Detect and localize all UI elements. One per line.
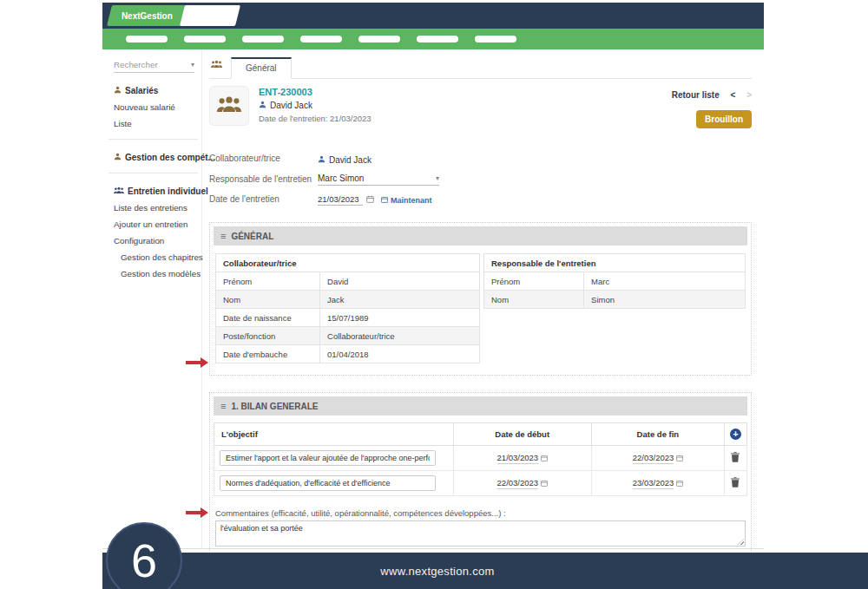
delete-row-icon[interactable] [731,452,740,464]
sidebar-item-gestion-modeles[interactable]: Gestion des modèles [114,269,194,278]
collaborateur-table: Collaborateur/trice PrénomDavid NomJack … [215,253,480,363]
nav-pill[interactable] [242,36,284,43]
date-fin-input[interactable]: 23/03/2023 [633,478,674,489]
table-row: Date de naissance15/07/1989 [216,309,480,327]
people-group-icon [217,95,241,117]
collab-label: Collaborateur/trice [209,154,318,165]
annotation-arrow-section2 [186,507,208,518]
table-row: PrénomDavid [216,272,480,291]
nav-pill[interactable] [417,36,458,43]
calendar-icon[interactable] [541,479,548,488]
section-title: 1. BILAN GENERALE [231,402,318,411]
sidebar-header-label: Entretien individuel [128,187,208,196]
section-handle-icon: ≡ [220,231,226,241]
caret-down-icon: ▾ [191,61,194,69]
col-date-debut: Date de début [453,423,591,446]
main-menu-bar [102,29,764,49]
comments-label: Commentaires (efficacité, utilité, opéra… [215,508,746,518]
section-bilan-header[interactable]: ≡ 1. BILAN GENERALE [214,396,747,416]
responsable-select[interactable]: Marc Simon ▾ [318,173,439,186]
table-row: Date d'embauche01/04/2018 [216,345,480,363]
tab-general[interactable]: Général [231,57,292,79]
sidebar-item-liste-entretiens[interactable]: Liste des entretiens [114,203,194,213]
date-fin-input[interactable]: 22/03/2023 [633,453,674,464]
responsable-selected-value: Marc Simon [318,173,364,183]
entretien-form: Collaborateur/trice David Jack Responsab… [209,154,752,206]
top-navbar: NextGestion [102,3,764,29]
calendar-icon[interactable] [676,454,683,463]
sidebar-item-liste[interactable]: Liste [114,119,194,128]
search-select[interactable]: Rechercher ▾ [114,60,194,73]
sidebar-divider [108,139,198,140]
main-content: Général ENT-230003 David Jack [202,49,764,549]
sidebar-header-entretien: Entretien individuel [114,187,194,196]
sidebar: Rechercher ▾ Salariés Nouveau salarié Li… [102,49,202,549]
comments-textarea[interactable]: l'évaluation et sa portée [215,520,746,546]
section-general: ≡ GÉNÉRAL Collaborateur/trice PrénomDavi… [209,222,752,376]
person-icon [259,101,266,110]
person-icon [318,155,326,165]
date-debut-input[interactable]: 22/03/2023 [497,478,539,489]
objectif-row: 22/03/2023 23/03/2023 [214,471,747,496]
record-id[interactable]: ENT-230003 [259,87,372,97]
calendar-icon [381,196,388,205]
record-employee: David Jack [270,101,312,110]
calendar-icon[interactable] [541,454,548,463]
nav-pill[interactable] [358,36,400,43]
secondary-tab[interactable] [180,5,240,26]
collab-value[interactable]: David Jack [329,155,372,165]
objectif-row: 21/03/2023 22/03/2023 [214,446,747,471]
search-placeholder: Rechercher [114,60,158,69]
app-window: NextGestion Rechercher ▾ Salariés Nouvea… [102,0,764,549]
objectif-input[interactable] [220,450,436,466]
section-general-header[interactable]: ≡ GÉNÉRAL [214,226,747,245]
responsable-table: Responsable de l'entretien PrénomMarc No… [483,253,746,309]
resp-label: Responsable de l'entretien [209,174,318,186]
col-date-fin: Date de fin [591,423,724,446]
table-row: PrénomMarc [483,272,745,291]
people-group-icon [114,187,124,196]
table-header: Collaborateur/trice [216,254,480,272]
brand-logo-text: NextGestion [122,11,173,21]
table-row: NomSimon [483,291,745,309]
nav-pill[interactable] [475,36,516,43]
sidebar-item-configuration[interactable]: Configuration [114,236,194,245]
sidebar-item-nouveau-salarie[interactable]: Nouveau salarié [114,102,194,112]
tab-bar: Général [209,55,752,79]
objectifs-table: L'objectif Date de début Date de fin + 2… [214,422,747,496]
date-debut-input[interactable]: 21/03/2023 [497,453,539,464]
calendar-icon[interactable] [366,195,374,205]
footer-url: www.nextgestion.com [380,565,494,578]
date-label: Date de l'entretien [209,194,318,206]
sidebar-divider [108,173,198,173]
sidebar-item-ajouter-entretien[interactable]: Ajouter un entretien [114,219,194,229]
table-row: NomJack [216,291,480,309]
delete-row-icon[interactable] [731,477,740,489]
entretien-date-input[interactable] [318,194,363,206]
sidebar-item-gestion-chapitres[interactable]: Gestion des chapitres [114,252,194,262]
prev-record-icon[interactable]: < [731,90,736,100]
record-avatar-tile [209,86,249,126]
next-record-icon[interactable]: > [746,90,752,100]
slide-footer: www.nextgestion.com [102,553,868,589]
section-title: GÉNÉRAL [231,232,273,241]
nav-pill[interactable] [126,36,168,43]
add-row-icon[interactable]: + [730,429,741,440]
section-handle-icon: ≡ [220,401,226,411]
section-bilan: ≡ 1. BILAN GENERALE L'objectif Date de d… [209,392,752,559]
annotation-arrow-section1 [186,357,208,368]
nav-pill[interactable] [300,36,342,43]
record-header: ENT-230003 David Jack Date de l'entretie… [209,86,752,136]
person-icon [114,153,122,162]
sidebar-header-competences[interactable]: Gestion des compét... [114,153,194,162]
sidebar-header-salaries: Salariés [114,86,194,95]
people-group-icon[interactable] [211,56,222,72]
status-badge[interactable]: Brouillon [696,110,752,128]
calendar-icon[interactable] [676,479,683,488]
nav-pill[interactable] [184,36,226,43]
brand-tab[interactable]: NextGestion [107,5,187,26]
caret-down-icon: ▾ [436,174,439,182]
maintenant-link[interactable]: Maintenant [381,196,432,205]
return-list-link[interactable]: Retour liste [672,90,720,100]
objectif-input[interactable] [220,475,436,491]
